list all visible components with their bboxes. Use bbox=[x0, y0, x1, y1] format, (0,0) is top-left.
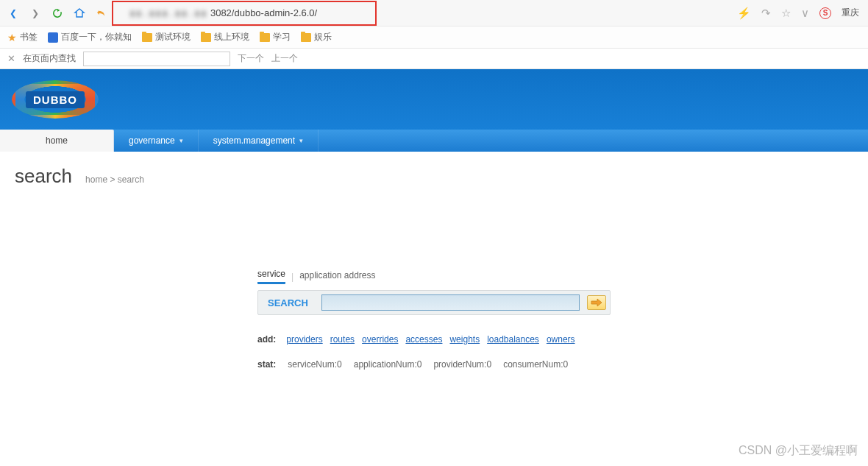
bookmarks-label: 书签 bbox=[20, 31, 38, 43]
breadcrumb-sep: > bbox=[110, 174, 115, 185]
add-link-owners[interactable]: owners bbox=[547, 334, 575, 345]
stat-consumernum: consumerNum:0 bbox=[503, 359, 568, 370]
add-label: add: bbox=[257, 334, 276, 345]
add-link-providers[interactable]: providers bbox=[286, 334, 322, 345]
find-in-page-bar: ✕ 在页面内查找 下一个 上一个 bbox=[0, 49, 868, 69]
watermark: CSDN @小王爱编程啊 bbox=[739, 443, 858, 459]
find-label: 在页面内查找 bbox=[23, 52, 76, 65]
search-tabs: service | application address bbox=[257, 269, 611, 284]
chevron-down-icon: ▾ bbox=[179, 137, 183, 144]
back-button[interactable]: ❮ bbox=[6, 6, 21, 21]
add-link-overrides[interactable]: overrides bbox=[362, 334, 398, 345]
tab-service[interactable]: service bbox=[257, 269, 285, 284]
add-link-loadbalances[interactable]: loadbalances bbox=[487, 334, 539, 345]
bookmark-folder-3[interactable]: 娱乐 bbox=[301, 31, 332, 43]
bookmark-baidu-label: 百度一下，你就知 bbox=[61, 31, 132, 43]
undo-button[interactable] bbox=[94, 6, 109, 21]
nav-governance[interactable]: governance ▾ bbox=[114, 130, 199, 152]
main-nav: home governance ▾ system.management ▾ bbox=[0, 130, 868, 152]
app-header: DUBBO bbox=[0, 69, 868, 130]
bookmark-baidu[interactable]: 百度一下，你就知 bbox=[48, 31, 132, 43]
stat-row: stat: serviceNum:0 applicationNum:0 prov… bbox=[257, 359, 611, 370]
sogou-icon[interactable]: S bbox=[819, 7, 831, 19]
region-label: 重庆 bbox=[842, 7, 859, 19]
stat-applicationnum: applicationNum:0 bbox=[354, 359, 422, 370]
nav-sysmgmt-label: system.management bbox=[213, 135, 295, 146]
bookmark-folder-1[interactable]: 线上环境 bbox=[201, 31, 249, 43]
arrow-right-icon bbox=[591, 298, 602, 307]
address-bar[interactable]: ▮▮.▮▮▮.▮▮.▮▮ 3082/dubbo-admin-2.6.0/ bbox=[124, 4, 521, 22]
close-icon[interactable]: ✕ bbox=[7, 53, 15, 64]
find-input[interactable] bbox=[83, 52, 230, 66]
search-input[interactable] bbox=[321, 294, 580, 311]
bookmark-folder-label: 线上环境 bbox=[214, 31, 249, 43]
find-prev-button[interactable]: 上一个 bbox=[271, 52, 298, 65]
search-box-row: SEARCH bbox=[257, 290, 611, 315]
stat-providernum: providerNum:0 bbox=[433, 359, 491, 370]
nav-governance-label: governance bbox=[129, 135, 175, 146]
find-next-button[interactable]: 下一个 bbox=[238, 52, 264, 65]
chevron-down-icon[interactable]: ∨ bbox=[801, 7, 809, 20]
folder-icon bbox=[201, 33, 211, 42]
bookmarks-root[interactable]: ★ 书签 bbox=[7, 31, 38, 43]
stat-servicenum: serviceNum:0 bbox=[288, 359, 341, 370]
logo-text: DUBBO bbox=[26, 91, 85, 108]
home-icon[interactable] bbox=[72, 6, 87, 21]
search-label: SEARCH bbox=[262, 297, 314, 308]
url-obscured: ▮▮.▮▮▮.▮▮.▮▮ bbox=[129, 7, 207, 18]
breadcrumb-home[interactable]: home bbox=[85, 174, 107, 185]
folder-icon bbox=[260, 33, 270, 42]
bookmark-bar: ★ 书签 百度一下，你就知 测试环境 线上环境 学习 娱乐 bbox=[0, 27, 868, 49]
add-link-weights[interactable]: weights bbox=[449, 334, 480, 345]
nav-system-management[interactable]: system.management ▾ bbox=[199, 130, 319, 152]
star-icon: ★ bbox=[7, 32, 17, 43]
toolbar-right: ⚡ ↷ ☆ ∨ S 重庆 bbox=[737, 7, 859, 20]
chevron-down-icon: ▾ bbox=[299, 137, 303, 144]
page-title-row: search home > search bbox=[15, 165, 853, 188]
folder-icon bbox=[301, 33, 311, 42]
breadcrumb-current: search bbox=[118, 174, 144, 185]
nav-home-label: home bbox=[46, 135, 68, 146]
address-bar-wrap: ▮▮.▮▮▮.▮▮.▮▮ 3082/dubbo-admin-2.6.0/ bbox=[124, 4, 730, 22]
bookmark-folder-0[interactable]: 测试环境 bbox=[142, 31, 191, 43]
folder-icon bbox=[142, 33, 152, 42]
baidu-icon bbox=[48, 32, 58, 43]
search-go-button[interactable] bbox=[587, 295, 606, 310]
flash-icon[interactable]: ⚡ bbox=[737, 7, 751, 20]
forward-button[interactable]: ❯ bbox=[28, 6, 43, 21]
bookmark-folder-label: 学习 bbox=[273, 31, 291, 43]
nav-home[interactable]: home bbox=[0, 130, 114, 152]
tab-separator: | bbox=[291, 272, 294, 282]
add-link-accesses[interactable]: accesses bbox=[405, 334, 442, 345]
url-visible: 3082/dubbo-admin-2.6.0/ bbox=[210, 7, 317, 18]
bookmark-folder-label: 娱乐 bbox=[314, 31, 332, 43]
page-body: search home > search service | applicati… bbox=[0, 152, 868, 383]
add-link-routes[interactable]: routes bbox=[330, 334, 355, 345]
bookmark-folder-label: 测试环境 bbox=[155, 31, 191, 43]
reload-button[interactable] bbox=[50, 6, 65, 21]
favorite-icon[interactable]: ☆ bbox=[781, 7, 791, 20]
page-title: search bbox=[15, 165, 72, 188]
stat-label: stat: bbox=[257, 359, 276, 370]
add-row: add: providers routes overrides accesses… bbox=[257, 334, 611, 345]
tab-application-address[interactable]: application address bbox=[299, 270, 375, 283]
breadcrumb: home > search bbox=[85, 174, 144, 185]
dubbo-logo[interactable]: DUBBO bbox=[7, 77, 103, 121]
share-icon[interactable]: ↷ bbox=[761, 7, 771, 20]
browser-toolbar: ❮ ❯ ▮▮.▮▮▮.▮▮.▮▮ 3082/dubbo-admin-2.6.0/… bbox=[0, 0, 868, 27]
bookmark-folder-2[interactable]: 学习 bbox=[260, 31, 291, 43]
search-panel: service | application address SEARCH add… bbox=[257, 269, 611, 370]
